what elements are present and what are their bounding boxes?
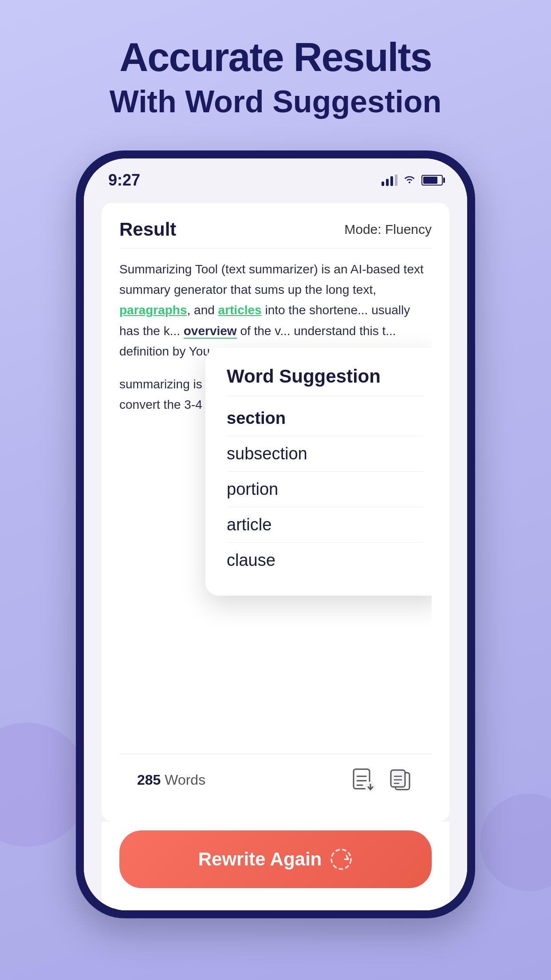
rewrite-btn-container: Rewrite Again bbox=[102, 822, 449, 910]
popup-title: Word Suggestion bbox=[227, 366, 424, 387]
rewrite-button-label: Rewrite Again bbox=[198, 849, 322, 870]
result-mode: Mode: Fluency bbox=[344, 222, 432, 237]
result-paragraph-1: Summarizing Tool (text summarizer) is an… bbox=[119, 259, 432, 362]
battery-icon bbox=[421, 175, 443, 186]
copy-icon[interactable] bbox=[387, 767, 414, 793]
word-suggestion-popup: Word Suggestion section subsection porti… bbox=[205, 348, 432, 596]
phone-inner: 9:27 bbox=[84, 158, 467, 910]
result-header: Result Mode: Fluency bbox=[119, 219, 432, 249]
status-time: 9:27 bbox=[108, 171, 140, 190]
phone-frame: 9:27 bbox=[76, 150, 475, 918]
signal-icon bbox=[382, 174, 398, 186]
result-title: Result bbox=[119, 219, 176, 240]
status-icons bbox=[382, 173, 443, 187]
subheadline: With Word Suggestion bbox=[110, 84, 442, 119]
highlight-overview: overview bbox=[184, 324, 237, 339]
wifi-icon bbox=[403, 173, 416, 187]
rewrite-icon bbox=[330, 848, 353, 871]
bottom-bar: 285 Words bbox=[119, 754, 432, 806]
suggestion-item-subsection[interactable]: subsection bbox=[227, 436, 424, 471]
action-icons bbox=[350, 767, 414, 793]
rewrite-again-button[interactable]: Rewrite Again bbox=[119, 830, 432, 888]
content-area: Result Mode: Fluency Summarizing Tool (t… bbox=[84, 194, 467, 910]
result-card: Result Mode: Fluency Summarizing Tool (t… bbox=[102, 203, 449, 822]
headline: Accurate Results bbox=[110, 36, 442, 79]
suggestion-item-section[interactable]: section bbox=[227, 401, 424, 436]
suggestion-item-article[interactable]: article bbox=[227, 507, 424, 542]
suggestion-item-portion[interactable]: portion bbox=[227, 472, 424, 507]
svg-rect-7 bbox=[391, 770, 405, 787]
popup-divider bbox=[227, 396, 424, 396]
highlight-articles: articles bbox=[218, 303, 262, 317]
word-count: 285 Words bbox=[137, 772, 205, 788]
result-text-area: Summarizing Tool (text summarizer) is an… bbox=[119, 259, 432, 754]
download-doc-icon[interactable] bbox=[350, 767, 377, 793]
status-bar: 9:27 bbox=[84, 158, 467, 194]
suggestion-item-clause[interactable]: clause bbox=[227, 543, 424, 578]
header-section: Accurate Results With Word Suggestion bbox=[110, 36, 442, 119]
highlight-paragraphs: paragraphs bbox=[119, 303, 187, 317]
